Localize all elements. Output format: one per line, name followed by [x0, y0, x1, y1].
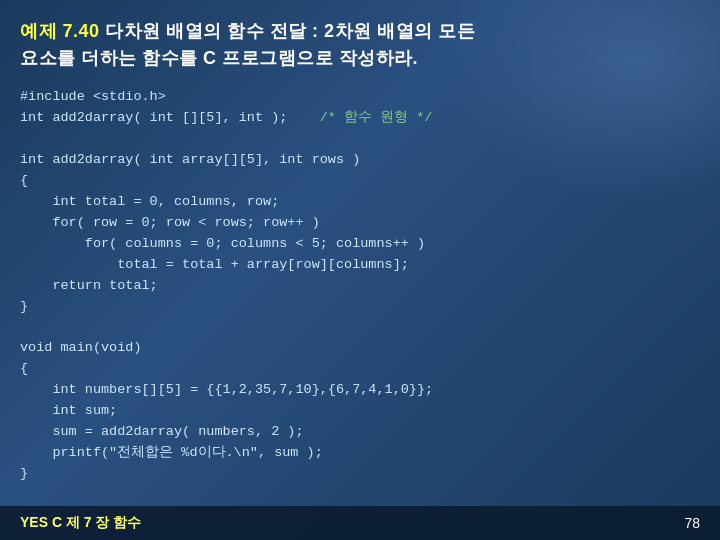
- code-line-1: #include <stdio.h>: [20, 89, 166, 104]
- code-line-12: {: [20, 361, 28, 376]
- code-line-8: total = total + array[row][columns];: [20, 257, 409, 272]
- code-line-10: }: [20, 299, 28, 314]
- code-line-17: }: [20, 466, 28, 481]
- footer-label: YES C 제 7 장 함수: [20, 514, 141, 532]
- title-line1: 예제 7.40 다차원 배열의 함수 전달 : 2차원 배열의 모든: [20, 18, 700, 45]
- code-line-5: int total = 0, columns, row;: [20, 194, 279, 209]
- code-line-3: int add2darray( int array[][5], int rows…: [20, 152, 360, 167]
- code-line-13: int numbers[][5] = {{1,2,35,7,10},{6,7,4…: [20, 382, 433, 397]
- code-line-9: return total;: [20, 278, 158, 293]
- code-comment-1: /* 함수 원형 */: [320, 110, 433, 125]
- footer: YES C 제 7 장 함수 78: [0, 506, 720, 540]
- code-line-7: for( columns = 0; columns < 5; columns++…: [20, 236, 425, 251]
- code-line-6: for( row = 0; row < rows; row++ ): [20, 215, 320, 230]
- main-content: 예제 7.40 다차원 배열의 함수 전달 : 2차원 배열의 모든 요소를 더…: [0, 0, 720, 495]
- code-line-2: int add2darray( int [][5], int );: [20, 110, 287, 125]
- code-block: #include <stdio.h> int add2darray( int […: [20, 87, 700, 485]
- code-line-16: printf("전체합은 %d이다.\n", sum );: [20, 445, 323, 460]
- code-line-11: void main(void): [20, 340, 142, 355]
- title-prefix: 예제 7.40 다차원 배열의 함수 전달 : 2차원 배열의 모든: [20, 21, 475, 41]
- footer-page: 78: [684, 515, 700, 531]
- code-line-14: int sum;: [20, 403, 117, 418]
- code-line-4: {: [20, 173, 28, 188]
- code-line-15: sum = add2darray( numbers, 2 );: [20, 424, 304, 439]
- title-line2: 요소를 더하는 함수를 C 프로그램으로 작성하라.: [20, 45, 700, 71]
- title-area: 예제 7.40 다차원 배열의 함수 전달 : 2차원 배열의 모든 요소를 더…: [20, 18, 700, 71]
